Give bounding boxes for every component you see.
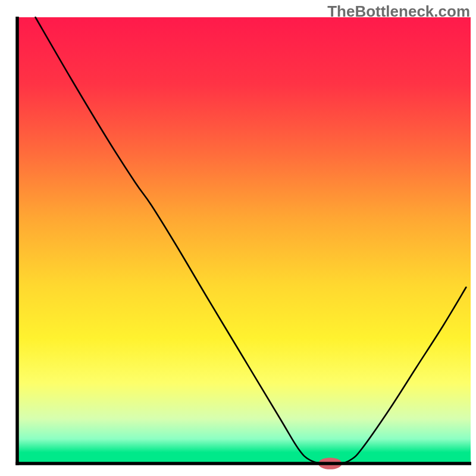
bottleneck-chart: TheBottleneck.com [0,0,476,476]
chart-svg [0,0,476,476]
gradient-background [17,17,471,464]
watermark-text: TheBottleneck.com [327,2,470,21]
